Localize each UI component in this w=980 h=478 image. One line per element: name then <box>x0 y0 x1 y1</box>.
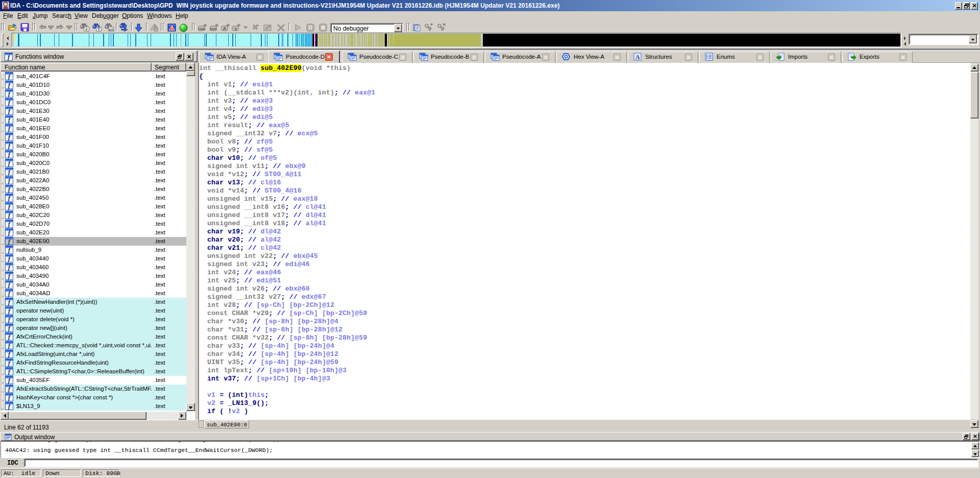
svg-text:'s: 's <box>234 27 237 31</box>
svg-text:T: T <box>97 27 101 32</box>
svg-text:#: # <box>86 28 88 31</box>
svg-text:A: A <box>635 54 640 61</box>
svg-text:A: A <box>223 26 227 31</box>
svg-text:DATA: DATA <box>210 28 217 31</box>
svg-text:101: 101 <box>108 28 114 31</box>
svg-text:CODE: CODE <box>198 28 206 31</box>
